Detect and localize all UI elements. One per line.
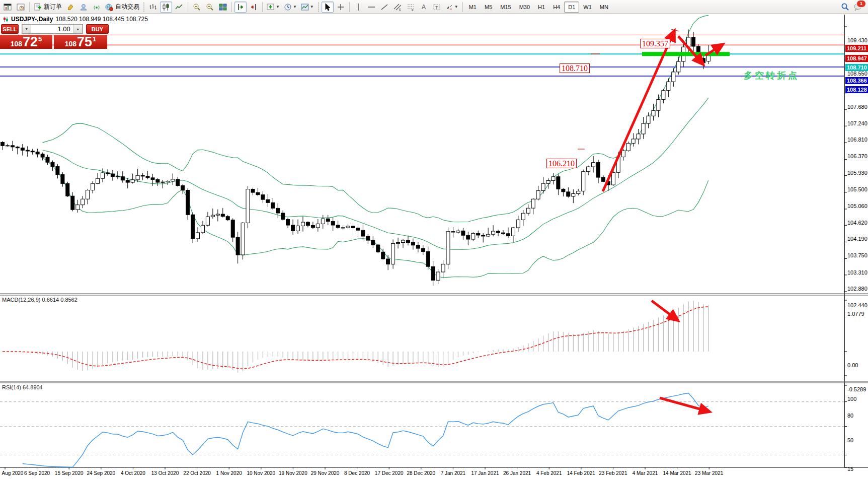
ask-pips: 75	[77, 36, 92, 48]
price-level-badge: 108.710	[845, 64, 868, 71]
toolbar-separator	[349, 2, 350, 12]
chart-title-icon	[3, 17, 9, 22]
mt4-window: { "toolbar": { "new_order_label": "新订单",…	[0, 0, 868, 479]
timeframe-h1[interactable]: H1	[534, 2, 549, 13]
arrows-tool-icon	[445, 3, 453, 11]
profiles-button[interactable]	[15, 2, 27, 13]
bid-price-box[interactable]: 108 72 5	[0, 35, 52, 49]
price-tick-label: 105.500	[847, 186, 867, 192]
one-click-trading-panel: SELL ▼ 1.00 ▲ BUY 108 72 5 108 75 1	[0, 24, 109, 49]
date-tick-label: 28 Dec 2020	[407, 470, 435, 476]
timeframe-m5[interactable]: M5	[481, 2, 496, 13]
trade-panel-controls: SELL ▼ 1.00 ▲ BUY	[0, 24, 109, 34]
crosshair-icon	[337, 3, 345, 11]
horizontal-line-tool[interactable]	[365, 2, 377, 13]
signals-button[interactable]	[91, 2, 103, 13]
fibonacci-tool[interactable]: F	[405, 2, 417, 13]
price-level-badge: 108.366	[845, 77, 868, 84]
rsi-label: RSI(14) 64.8904	[2, 384, 43, 390]
price-tick-label: 104.620	[847, 220, 867, 226]
text-label-tool[interactable]: T	[431, 2, 443, 13]
line-chart-icon	[175, 3, 183, 11]
rsi-axis-label: 50	[847, 437, 853, 443]
line-chart-button[interactable]	[173, 2, 185, 13]
templates-button[interactable]: ▼	[299, 2, 315, 13]
date-tick-label: 10 Nov 2020	[247, 470, 275, 476]
date-tick-label: 23 Mar 2021	[695, 470, 723, 476]
crosshair-button[interactable]	[335, 2, 347, 13]
date-tick-label: 4 Feb 2021	[536, 470, 562, 476]
templates-icon	[301, 3, 309, 11]
new-order-button[interactable]: 新订单	[32, 2, 63, 13]
cursor-button[interactable]	[322, 2, 334, 13]
candlestick-chart-icon	[162, 3, 170, 11]
ask-price-box[interactable]: 108 75 1	[54, 35, 107, 49]
timeframe-m1[interactable]: M1	[465, 2, 481, 13]
timeframe-group: M1M5M15M30H1H4D1W1MN	[465, 2, 612, 13]
new-chart-button[interactable]	[2, 2, 14, 13]
chat-button[interactable]: 1	[852, 2, 864, 13]
macd-main-value: 0.6614	[42, 297, 59, 303]
vertical-line-icon	[354, 3, 362, 11]
pivot-note-text[interactable]: 多空转折点	[744, 70, 799, 82]
equidistant-channel-tool[interactable]: E	[391, 2, 404, 13]
sell-button[interactable]: SELL	[1, 24, 19, 34]
timeframe-m30[interactable]: M30	[515, 2, 534, 13]
chart-canvas[interactable]	[0, 14, 868, 479]
horizontal-line-icon	[367, 3, 375, 11]
macd-name: MACD(12,26,9)	[2, 297, 40, 303]
macd-signal-value: 0.8562	[60, 297, 77, 303]
dropdown-arrow-icon: ▼	[454, 5, 458, 9]
svg-text:F: F	[412, 9, 414, 11]
timeframe-m15[interactable]: M15	[496, 2, 515, 13]
new-order-icon	[34, 3, 42, 11]
vertical-line-tool[interactable]	[352, 2, 364, 13]
tile-windows-button[interactable]	[217, 2, 229, 13]
timeframe-h4[interactable]: H4	[549, 2, 564, 13]
dropdown-arrow-icon: ▼	[310, 5, 314, 9]
equidistant-channel-icon: E	[393, 3, 402, 11]
volume-input[interactable]: 1.00	[31, 25, 73, 33]
text-tool[interactable]: A	[418, 2, 430, 13]
timeframe-d1[interactable]: D1	[564, 2, 579, 13]
indicators-button[interactable]: ▼	[265, 2, 281, 13]
toolbar-separator	[29, 2, 30, 12]
price-tick-label: 106.810	[847, 136, 867, 143]
zoom-in-button[interactable]	[191, 2, 203, 13]
candlestick-chart-button[interactable]	[160, 2, 172, 13]
trendline-tool[interactable]	[378, 2, 390, 13]
auto-scroll-button[interactable]	[234, 2, 247, 13]
volume-decrease-button[interactable]: ▼	[22, 25, 31, 33]
price-tick-label: 108.550	[847, 71, 867, 77]
timeframe-mn[interactable]: MN	[596, 2, 612, 13]
new-chart-icon	[4, 3, 12, 11]
new-order-label: 新订单	[44, 3, 62, 11]
terminal-button[interactable]	[77, 2, 90, 13]
timeframe-w1[interactable]: W1	[579, 2, 596, 13]
arrows-tool[interactable]: ▼	[444, 2, 460, 13]
chart-shift-button[interactable]	[248, 2, 260, 13]
rsi-axis-label: 80	[847, 413, 853, 419]
bid-pipette: 5	[38, 35, 42, 43]
volume-stepper: ▼ 1.00 ▲	[22, 24, 83, 34]
date-tick-label: 7 Jan 2021	[441, 470, 466, 476]
periods-button[interactable]: ▼	[282, 2, 298, 13]
date-tick-label: 15 Sep 2020	[55, 470, 84, 476]
volume-increase-button[interactable]: ▲	[73, 25, 83, 33]
price-annotation-label[interactable]: 109.357	[640, 39, 670, 48]
metaeditor-button[interactable]	[64, 2, 76, 13]
dropdown-arrow-icon: ▼	[293, 5, 297, 9]
search-button[interactable]	[839, 2, 851, 13]
bid-big-figure: 108	[11, 40, 22, 48]
zoom-out-button[interactable]	[204, 2, 216, 13]
date-tick-label: 8 Dec 2020	[344, 470, 370, 476]
price-tick-label: 103.310	[847, 269, 867, 276]
autotrading-button[interactable]: 自动交易	[104, 2, 141, 13]
toolbar-right-group: 1	[838, 2, 867, 13]
price-annotation-label[interactable]: 108.710	[560, 63, 590, 73]
bar-chart-button[interactable]	[147, 2, 159, 13]
autotrading-label: 自动交易	[115, 3, 139, 11]
trendline-icon	[380, 3, 388, 11]
price-annotation-label[interactable]: 106.210	[546, 159, 577, 168]
buy-button[interactable]: BUY	[86, 24, 109, 34]
